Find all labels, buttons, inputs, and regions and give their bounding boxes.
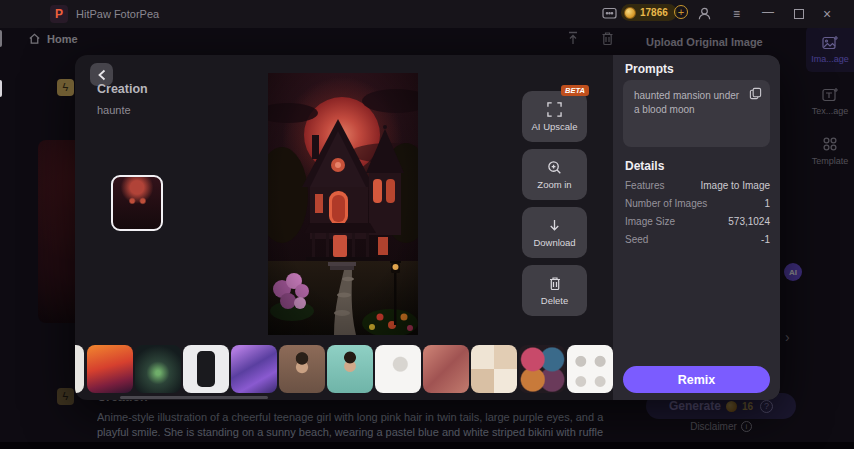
prompts-title: Prompts (625, 62, 674, 76)
trash-icon (548, 276, 562, 291)
maximize-button[interactable] (794, 9, 804, 19)
zoom-in-button[interactable]: Zoom in (522, 149, 587, 200)
close-button[interactable]: × (823, 6, 831, 22)
action-label: Download (533, 237, 575, 248)
detail-label: Number of Images (625, 198, 707, 209)
titlebar: P HitPaw FotorPea 17866 + ≡ — × (0, 0, 854, 28)
action-label: AI Upscale (532, 121, 578, 132)
prompt-text: haunted mansion under a blood moon (634, 89, 746, 117)
detail-value: 1 (764, 198, 770, 209)
thumbnail-mermaid-collage[interactable] (423, 345, 469, 393)
details-panel: Prompts haunted mansion under a blood mo… (613, 55, 780, 400)
details-title: Details (625, 159, 664, 173)
menu-icon[interactable]: ≡ (733, 7, 740, 21)
detail-label: Image Size (625, 216, 675, 227)
detail-value: Image to Image (701, 180, 770, 191)
thumbnail-portrait-man-brick[interactable] (279, 345, 325, 393)
thumbnail-phone-product[interactable] (183, 345, 229, 393)
delete-button[interactable]: Delete (522, 265, 587, 316)
thumbnail-sunset-figure[interactable] (87, 345, 133, 393)
detail-row-seed: Seed -1 (625, 233, 770, 245)
thumbnail-strip (75, 345, 613, 393)
coin-icon (624, 7, 636, 19)
thumbnail-sticker-sheet[interactable] (471, 345, 517, 393)
detail-value: 573,1024 (728, 216, 770, 227)
action-label: Delete (541, 295, 568, 306)
download-button[interactable]: Download (522, 207, 587, 258)
bottom-strip (0, 442, 854, 449)
upscale-icon (547, 102, 562, 117)
detail-row-image-size: Image Size 573,1024 (625, 215, 770, 227)
detail-label: Seed (625, 234, 648, 245)
app-window: P HitPaw FotorPea 17866 + ≡ — × Home (0, 0, 854, 449)
detail-value: -1 (761, 234, 770, 245)
add-credits-button[interactable]: + (674, 5, 688, 19)
action-label: Zoom in (537, 179, 571, 190)
feedback-chat-icon[interactable] (602, 7, 617, 21)
thumbnail-badge-set[interactable] (519, 345, 565, 393)
thumbnail-partial[interactable] (75, 345, 84, 393)
creation-section-title: Creation (97, 82, 148, 96)
account-icon[interactable] (697, 6, 712, 21)
minimize-button[interactable]: — (762, 5, 774, 19)
prompt-box[interactable]: haunted mansion under a blood moon (623, 80, 770, 147)
selected-thumbnail[interactable] (111, 175, 163, 231)
detail-row-number-of-images: Number of Images 1 (625, 197, 770, 209)
thumbnail-face-sketches[interactable] (567, 345, 613, 393)
thumbnail-graveyard-spirit[interactable] (135, 345, 181, 393)
creation-icon: ϟ (57, 79, 74, 96)
copy-icon[interactable] (749, 87, 762, 100)
beta-badge: BETA (561, 85, 589, 96)
remix-button[interactable]: Remix (623, 366, 770, 393)
app-logo-icon: P (50, 5, 68, 23)
zoom-in-icon (547, 160, 562, 175)
left-edge-indicator (0, 80, 2, 97)
credits-badge[interactable]: 17866 (621, 4, 677, 21)
preview-image (268, 73, 418, 335)
credits-count: 17866 (640, 7, 668, 18)
thumbnail-portrait-man-teal[interactable] (327, 345, 373, 393)
chevron-left-icon (97, 69, 107, 81)
ai-upscale-button[interactable]: AI Upscale (522, 91, 587, 142)
detail-row-features: Features Image to Image (625, 179, 770, 191)
download-icon (547, 218, 562, 233)
app-title: HitPaw FotorPea (76, 8, 159, 20)
thumbnail-scrollbar[interactable] (120, 396, 268, 399)
preview-modal: BETA AI Upscale Zoom in Download Delete (75, 55, 780, 400)
thumbnail-purple-crystals[interactable] (231, 345, 277, 393)
detail-label: Features (625, 180, 664, 191)
thumbnail-face-sketch[interactable] (375, 345, 421, 393)
creation-prompt-snippet: haunte (97, 104, 135, 116)
